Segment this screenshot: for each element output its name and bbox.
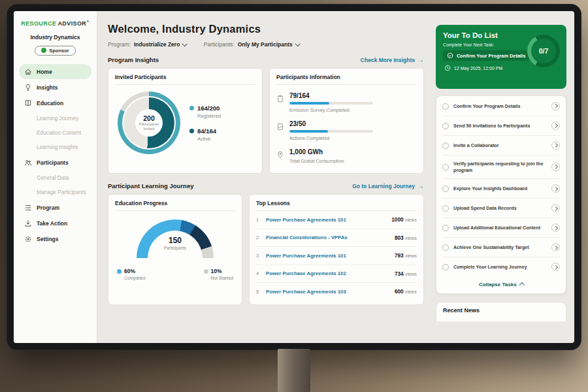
sidebar-item-label: Education <box>37 100 63 106</box>
task-checkbox[interactable] <box>442 123 449 129</box>
sidebar-item-program[interactable]: Program <box>19 200 91 215</box>
task-chevron[interactable] <box>551 122 560 130</box>
task-checkbox[interactable] <box>442 244 449 251</box>
sidebar-item-learning-journey[interactable]: Learning Journey <box>19 111 91 125</box>
card-title: Education Progress <box>115 200 235 211</box>
task-checkbox[interactable] <box>442 264 449 270</box>
task-label: Achieve One Sustainability Target <box>453 244 547 251</box>
lesson-link[interactable]: Power Purchase Agreements 103 <box>266 289 390 295</box>
sidebar-item-education-content[interactable]: Education Content <box>19 125 91 140</box>
lesson-link[interactable]: Power Purchase Agreements 101 <box>266 253 390 259</box>
chevron-right-icon <box>553 187 557 191</box>
task-chevron[interactable] <box>551 184 560 193</box>
sidebar-item-settings[interactable]: Settings <box>19 231 91 246</box>
chevron-right-icon <box>553 104 557 108</box>
stat-emission-survey: 79/164 Emission Survey Completed <box>276 92 417 113</box>
program-select-value: Industrialize Zero <box>134 41 180 48</box>
sidebar-item-label: Insights <box>37 84 58 91</box>
task-checkbox[interactable] <box>442 142 449 149</box>
checklist-icon <box>276 122 284 129</box>
task-chevron[interactable] <box>551 102 560 110</box>
people-icon <box>24 159 32 167</box>
gauge-center-value: 150 <box>137 236 214 245</box>
sidebar-item-home[interactable]: Home <box>19 64 91 79</box>
lesson-views: 1000 views <box>391 216 417 223</box>
sidebar-item-general-data[interactable]: General Data <box>19 171 91 185</box>
go-to-learning-journey-link[interactable]: Go to Learning Journey → <box>352 182 424 189</box>
legend-item-active: 84/164 Active <box>189 127 221 142</box>
legend-label: Active <box>197 136 221 142</box>
chevron-right-icon <box>553 246 557 250</box>
main-content: Welcome, Industry Dynamics Program: Indu… <box>97 11 432 343</box>
stat-label: Emission Survey Completed <box>289 107 373 113</box>
task-row[interactable]: Confirm Your Program Details <box>442 97 560 116</box>
sidebar-item-insights[interactable]: Insights <box>19 80 91 95</box>
gauge-center: 150 Participants <box>137 236 214 250</box>
check-more-insights-link[interactable]: Check More Insights → <box>361 56 424 63</box>
program-insights-cards: Invited Participants 200 Participants In… <box>108 68 424 174</box>
filter-bar: Program: Industrialize Zero Participants… <box>108 41 424 48</box>
task-label: Verify participants requesting to join t… <box>453 161 547 173</box>
todo-due-label: 12 May 2025, 12:00 PM <box>454 66 502 71</box>
task-chevron[interactable] <box>551 243 560 252</box>
todo-progress-ring: 0/7 <box>527 35 560 67</box>
sponsor-badge-label: Sponsor <box>49 48 69 54</box>
legend-item-registered: 164/200 Registered <box>189 105 221 119</box>
task-label: Explore Your Insights Dashboard <box>453 186 547 192</box>
collapse-tasks-button[interactable]: Collapse Tasks <box>442 276 560 293</box>
lesson-link[interactable]: Power Purchase Agreements 102 <box>266 270 390 276</box>
sidebar-item-education[interactable]: Education <box>19 95 91 110</box>
sidebar-item-label: Home <box>37 69 52 75</box>
sidebar-item-take-action[interactable]: Take Action <box>19 216 91 231</box>
task-row[interactable]: Verify participants requesting to join t… <box>442 155 560 179</box>
card-title: Top Lessons <box>256 200 417 211</box>
location-pin-icon <box>276 150 284 157</box>
sidebar-item-label: Learning Journey <box>37 115 78 122</box>
page-title: Welcome, Industry Dynamics <box>108 23 424 35</box>
chevron-right-icon <box>553 226 557 230</box>
task-chevron[interactable] <box>551 204 560 212</box>
legend-value: 164/200 <box>197 105 220 112</box>
task-chevron[interactable] <box>551 263 560 271</box>
todo-next-task-label: Confirm Your Program Details <box>457 53 525 59</box>
brand-plus: + <box>86 19 90 24</box>
sidebar-item-manage-participants[interactable]: Manage Participants <box>19 185 91 199</box>
task-row[interactable]: Achieve One Sustainability Target <box>442 238 560 257</box>
brand-secondary: ADVISOR <box>57 20 86 27</box>
task-checkbox[interactable] <box>442 164 449 171</box>
learning-journey-cards: Education Progress 150 Participants 60 <box>108 194 424 305</box>
participants-select[interactable]: Only My Participants <box>238 41 300 48</box>
sponsor-badge[interactable]: Sponsor <box>35 46 75 56</box>
task-chevron[interactable] <box>551 223 560 232</box>
task-row[interactable]: Invite a Collaborator <box>442 136 560 155</box>
stat-label: Actions Completed <box>289 135 373 141</box>
sponsor-badge-wrap: Sponsor <box>14 44 97 56</box>
task-row[interactable]: Send 50 Invitations to Participants <box>442 116 560 136</box>
invited-participants-card: Invited Participants 200 Participants In… <box>108 68 263 174</box>
task-chevron[interactable] <box>551 163 560 171</box>
task-chevron[interactable] <box>551 141 560 150</box>
task-checkbox[interactable] <box>442 186 449 192</box>
lesson-views: 793 views <box>395 252 417 259</box>
sidebar-nav: Home Insights Education Learning Journey… <box>14 64 97 246</box>
lesson-link[interactable]: Power Purchase Agreements 101 <box>266 217 387 223</box>
legend-dot <box>189 106 194 110</box>
todo-tasks-card: Confirm Your Program Details Send 50 Inv… <box>436 95 566 294</box>
program-select[interactable]: Industrialize Zero <box>134 41 187 48</box>
task-row[interactable]: Upload Additional Educational Content <box>442 218 560 238</box>
task-row[interactable]: Explore Your Insights Dashboard <box>442 179 560 199</box>
task-label: Upload Additional Educational Content <box>453 225 547 231</box>
sidebar-item-learning-insights[interactable]: Learning Insights <box>19 140 91 154</box>
progress-fill <box>289 130 328 133</box>
task-checkbox[interactable] <box>442 103 449 110</box>
task-checkbox[interactable] <box>442 225 449 231</box>
sidebar-item-participants[interactable]: Participants <box>19 155 91 170</box>
top-lessons-card: Top Lessons 1 Power Purchase Agreements … <box>249 194 424 305</box>
arrow-right-icon: → <box>417 182 424 189</box>
task-checkbox[interactable] <box>442 205 449 212</box>
lesson-rank: 5 <box>256 289 261 295</box>
task-row[interactable]: Complete Your Learning Journey <box>442 257 560 276</box>
lesson-link[interactable]: Financial Considerations - VPPAs <box>266 235 390 240</box>
task-row[interactable]: Upload Spend Data Records <box>442 199 560 218</box>
todo-next-task[interactable]: Confirm Your Program Details <box>443 50 529 61</box>
